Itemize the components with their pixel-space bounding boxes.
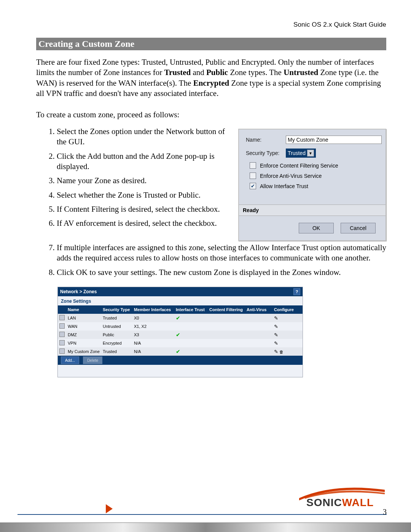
- popup-sectype-label: Security Type:: [246, 150, 286, 156]
- page-number: 3: [383, 508, 387, 516]
- table-row: WANUntrustedX1, X2✎: [58, 322, 303, 331]
- cell-name: LAN: [66, 316, 101, 320]
- intro-bold-encrypted: Encrypted: [193, 78, 229, 88]
- check-icon: ✔: [176, 348, 180, 355]
- step-7: If multiple interfaces are assigned to t…: [57, 243, 386, 264]
- page-footer: SONICWALL 3: [18, 514, 387, 515]
- intro-bold-untrusted: Untrusted: [284, 68, 318, 77]
- col-name: Name: [66, 307, 101, 312]
- add-button[interactable]: Add...: [61, 356, 79, 364]
- popup-opt-av: Enforce Anti-Virus Service: [260, 173, 322, 179]
- edit-icon[interactable]: ✎: [274, 332, 278, 338]
- zones-table-header: Name Security Type Member Interfaces Int…: [58, 305, 303, 314]
- edit-icon[interactable]: ✎: [274, 349, 278, 355]
- cell-config: ✎ 🗑: [272, 349, 301, 355]
- zones-breadcrumb: Network > Zones: [60, 289, 97, 294]
- trash-icon[interactable]: 🗑: [279, 350, 284, 354]
- edit-icon[interactable]: ✎: [274, 324, 278, 329]
- steps-list: Select the Zones option under the Networ…: [36, 126, 229, 228]
- table-row: DMZPublicX3✔✎: [58, 331, 303, 339]
- cancel-button[interactable]: Cancel: [341, 223, 376, 233]
- popup-opt-trust: Allow Interface Trust: [260, 183, 308, 189]
- cell-config: ✎: [272, 332, 301, 338]
- popup-sectype-select[interactable]: Trusted ▼: [286, 149, 316, 158]
- popup-sectype-value: Trusted: [288, 150, 306, 156]
- doc-title: Sonic OS 2.x Quick Start Guide: [36, 21, 386, 29]
- cell-name: DMZ: [66, 332, 101, 337]
- triangle-icon: [106, 504, 113, 513]
- ok-button[interactable]: OK: [299, 223, 334, 233]
- step-1: Select the Zones option under the Networ…: [57, 126, 229, 147]
- row-checkbox[interactable]: [59, 323, 65, 329]
- checkbox-trust[interactable]: [250, 183, 256, 189]
- delete-button[interactable]: Delete: [83, 356, 102, 364]
- cell-member: X3: [132, 332, 174, 337]
- col-av: Anti-Virus: [245, 307, 272, 312]
- checkbox-av[interactable]: [250, 173, 256, 179]
- step-8: Click OK to save your settings. The new …: [57, 267, 386, 278]
- intro-bold-public: Public: [206, 68, 228, 77]
- steps-list-cont: If multiple interfaces are assigned to t…: [36, 243, 386, 278]
- cell-config: ✎: [272, 340, 301, 346]
- check-icon: ✔: [176, 332, 180, 338]
- checkbox-cfs[interactable]: [250, 162, 256, 169]
- step-5: If Content Filtering is desired, select …: [57, 204, 229, 214]
- step-4: Select whether the Zone is Trusted or Pu…: [57, 190, 229, 200]
- col-cf: Content Filtering: [208, 307, 245, 312]
- cell-sectype: Trusted: [101, 349, 132, 354]
- popup-status-text: Ready: [243, 207, 259, 213]
- row-checkbox[interactable]: [59, 332, 65, 337]
- row-checkbox[interactable]: [59, 340, 65, 345]
- bottom-shadow: [0, 522, 411, 532]
- intro-bold-trusted: Trusted: [164, 68, 191, 77]
- check-icon: ✔: [176, 315, 180, 321]
- intro-c: and: [193, 68, 206, 77]
- popup-status: Ready: [239, 204, 386, 216]
- step-6: If AV enforcement is desired, select the…: [57, 218, 229, 228]
- cell-sectype: Untrusted: [101, 324, 132, 329]
- cell-name: My Custom Zone: [66, 349, 101, 354]
- cell-member: X0: [132, 316, 174, 320]
- zones-window: Network > Zones ? Zone Settings Name Sec…: [57, 287, 303, 377]
- sonicwall-logo: SONICWALL: [306, 497, 374, 509]
- edit-icon[interactable]: ✎: [274, 340, 278, 346]
- section-heading: Creating a Custom Zone: [36, 38, 386, 50]
- cell-trust: ✔: [174, 332, 208, 338]
- row-checkbox[interactable]: [59, 315, 65, 320]
- cell-member: N/A: [132, 341, 174, 345]
- logo-part2: WALL: [342, 497, 374, 508]
- table-row: LANTrustedX0✔✎: [58, 314, 303, 322]
- cell-member: X1, X2: [132, 324, 174, 329]
- popup-opt-cfs: Enforce Content Filtering Service: [260, 163, 338, 169]
- cell-trust: ✔: [174, 315, 208, 321]
- row-checkbox[interactable]: [59, 348, 65, 354]
- intro-paragraph: There are four fixed Zone types: Trusted…: [36, 57, 386, 99]
- cell-config: ✎: [272, 324, 301, 329]
- popup-name-input[interactable]: [286, 136, 382, 144]
- cell-name: VPN: [66, 341, 101, 345]
- table-row: My Custom ZoneTrustedN/A✔✎ 🗑: [58, 347, 303, 356]
- step-2: Click the Add button and the Add Zone po…: [57, 151, 229, 172]
- step-3: Name your Zone as desired.: [57, 176, 229, 186]
- cell-config: ✎: [272, 315, 301, 321]
- zones-section-label: Zone Settings: [58, 296, 303, 305]
- cell-sectype: Public: [101, 332, 132, 337]
- col-config: Configure: [272, 307, 301, 312]
- table-row: VPNEncryptedN/A✎: [58, 339, 303, 347]
- cell-member: N/A: [132, 349, 174, 354]
- intro-e: Zone types. The: [230, 68, 284, 77]
- cell-trust: ✔: [174, 348, 208, 355]
- col-sectype: Security Type: [101, 307, 132, 312]
- col-member: Member Interfaces: [132, 307, 174, 312]
- cell-sectype: Trusted: [101, 316, 132, 320]
- chevron-down-icon: ▼: [307, 150, 314, 157]
- help-icon[interactable]: ?: [293, 288, 300, 295]
- edit-icon[interactable]: ✎: [274, 315, 278, 321]
- logo-part1: SONIC: [306, 497, 342, 508]
- footer-rule: [18, 514, 387, 515]
- col-trust: Interface Trust: [174, 307, 208, 312]
- add-zone-popup: Name: Security Type: Trusted ▼ Enforce C…: [238, 129, 386, 241]
- popup-name-label: Name:: [246, 137, 286, 143]
- cell-name: WAN: [66, 324, 101, 329]
- cell-sectype: Encrypted: [101, 341, 132, 345]
